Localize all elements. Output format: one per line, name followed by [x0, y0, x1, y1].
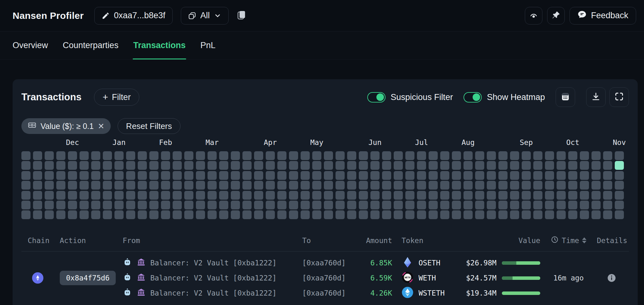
heatmap-cell[interactable]	[231, 210, 240, 219]
heatmap-cell[interactable]	[103, 151, 112, 160]
heatmap-cell[interactable]	[289, 201, 298, 209]
heatmap-cell[interactable]	[370, 171, 380, 180]
heatmap-cell[interactable]	[429, 210, 438, 219]
heatmap-cell[interactable]	[324, 201, 333, 209]
heatmap-cell[interactable]	[254, 181, 263, 190]
heatmap-cell[interactable]	[161, 181, 170, 190]
heatmap-cell[interactable]	[138, 161, 147, 170]
heatmap-cell[interactable]	[114, 201, 124, 209]
heatmap-cell[interactable]	[545, 151, 554, 160]
heatmap-cell[interactable]	[405, 210, 414, 219]
heatmap-cell[interactable]	[161, 201, 170, 209]
heatmap-cell[interactable]	[580, 210, 589, 219]
heatmap-cell[interactable]	[184, 201, 193, 209]
heatmap-cell[interactable]	[103, 181, 112, 190]
heatmap-cell[interactable]	[149, 181, 158, 190]
heatmap-cell[interactable]	[475, 171, 484, 180]
heatmap-cell[interactable]	[452, 191, 461, 200]
heatmap-cell[interactable]	[591, 151, 601, 160]
heatmap-cell[interactable]	[56, 181, 65, 190]
heatmap-cell[interactable]	[149, 171, 158, 180]
heatmap-cell[interactable]	[603, 210, 612, 219]
heatmap-cell[interactable]	[219, 161, 228, 170]
heatmap-cell[interactable]	[557, 151, 566, 160]
heatmap-cell[interactable]	[591, 161, 601, 170]
heatmap-cell[interactable]	[370, 201, 380, 209]
sort-time-control[interactable]	[582, 237, 586, 243]
heatmap-cell[interactable]	[68, 161, 77, 170]
heatmap-cell[interactable]	[196, 191, 205, 200]
heatmap-cell[interactable]	[591, 191, 601, 200]
heatmap-cell[interactable]	[277, 171, 286, 180]
heatmap-cell[interactable]	[138, 191, 147, 200]
heatmap-cell[interactable]	[301, 161, 310, 170]
heatmap-cell[interactable]	[126, 201, 135, 209]
heatmap-cell[interactable]	[219, 210, 228, 219]
heatmap-cell[interactable]	[277, 191, 286, 200]
heatmap-cell[interactable]	[266, 191, 275, 200]
heatmap-cell[interactable]	[452, 181, 461, 190]
heatmap-cell[interactable]	[289, 171, 298, 180]
heatmap-cell[interactable]	[289, 181, 298, 190]
heatmap-cell[interactable]	[254, 210, 263, 219]
from-entity[interactable]: Balancer: V2 Vault [0xba1222]	[150, 274, 277, 282]
heatmap-cell[interactable]	[126, 191, 135, 200]
heatmap-cell[interactable]	[161, 191, 170, 200]
heatmap-cell[interactable]	[33, 161, 42, 170]
heatmap-cell[interactable]	[533, 201, 542, 209]
heatmap-cell[interactable]	[464, 181, 473, 190]
heatmap-cell[interactable]	[359, 161, 368, 170]
heatmap-cell[interactable]	[196, 171, 205, 180]
heatmap-cell[interactable]	[545, 181, 554, 190]
heatmap-cell[interactable]	[522, 191, 531, 200]
download-button[interactable]	[586, 87, 606, 107]
heatmap-cell[interactable]	[68, 201, 77, 209]
heatmap-cell[interactable]	[452, 161, 461, 170]
heatmap-cell[interactable]	[452, 210, 461, 219]
heatmap-cell[interactable]	[103, 191, 112, 200]
reset-filters-button[interactable]: Reset Filters	[118, 118, 180, 134]
heatmap-cell[interactable]	[91, 191, 100, 200]
heatmap-cell[interactable]	[464, 171, 473, 180]
heatmap-cell[interactable]	[475, 181, 484, 190]
heatmap-cell[interactable]	[417, 181, 426, 190]
heatmap-cell[interactable]	[138, 151, 147, 160]
heatmap-cell[interactable]	[452, 201, 461, 209]
heatmap-cell[interactable]	[394, 191, 403, 200]
heatmap-cell[interactable]	[114, 191, 124, 200]
heatmap-cell[interactable]	[580, 201, 589, 209]
heatmap-cell[interactable]	[91, 210, 100, 219]
heatmap-cell[interactable]	[382, 151, 391, 160]
heatmap-cell[interactable]	[498, 210, 508, 219]
heatmap-cell[interactable]	[545, 201, 554, 209]
heatmap-cell[interactable]	[405, 201, 414, 209]
heatmap-cell[interactable]	[68, 191, 77, 200]
heatmap-cell[interactable]	[522, 181, 531, 190]
heatmap-cell[interactable]	[266, 171, 275, 180]
heatmap-cell[interactable]	[487, 181, 496, 190]
heatmap-cell-active[interactable]	[615, 161, 624, 170]
heatmap-cell[interactable]	[487, 151, 496, 160]
heatmap-cell[interactable]	[347, 210, 356, 219]
heatmap-cell[interactable]	[114, 151, 124, 160]
heatmap-cell[interactable]	[405, 171, 414, 180]
heatmap-cell[interactable]	[149, 191, 158, 200]
heatmap-cell[interactable]	[557, 181, 566, 190]
heatmap-cell[interactable]	[149, 201, 158, 209]
heatmap-cell[interactable]	[557, 171, 566, 180]
heatmap-cell[interactable]	[196, 201, 205, 209]
heatmap-cell[interactable]	[382, 181, 391, 190]
heatmap-cell[interactable]	[510, 201, 519, 209]
heatmap-cell[interactable]	[173, 181, 182, 190]
heatmap-cell[interactable]	[533, 210, 542, 219]
heatmap-cell[interactable]	[545, 191, 554, 200]
heatmap-cell[interactable]	[324, 191, 333, 200]
heatmap-cell[interactable]	[126, 181, 135, 190]
heatmap-cell[interactable]	[208, 151, 217, 160]
to-cell[interactable]: [0xaa760d]	[302, 259, 364, 267]
heatmap-cell[interactable]	[149, 161, 158, 170]
heatmap-cell[interactable]	[568, 201, 577, 209]
heatmap-cell[interactable]	[126, 210, 135, 219]
tab-overview[interactable]: Overview	[13, 31, 48, 59]
from-entity[interactable]: Balancer: V2 Vault [0xba1222]	[150, 289, 277, 297]
